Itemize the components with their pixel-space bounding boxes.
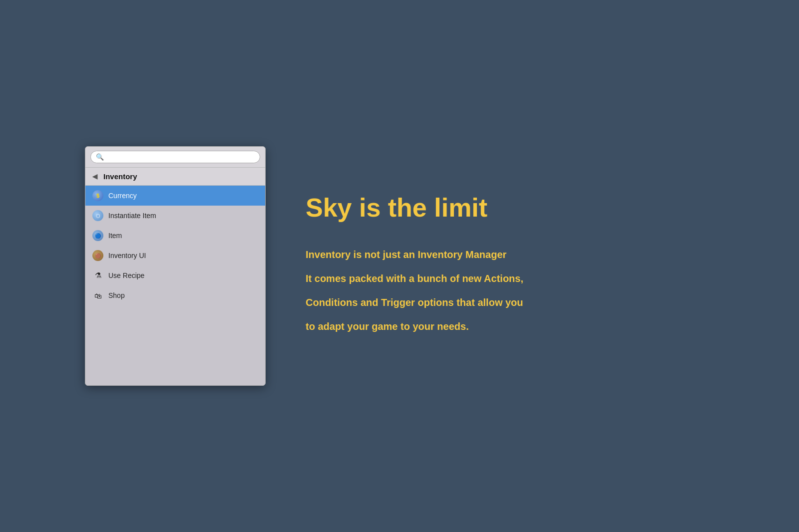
left-panel: 🔍 ◀ Inventory $ Currency ⬡ Instantiate I… xyxy=(85,146,266,386)
list-item-inventory-ui[interactable]: 🟤 Inventory UI xyxy=(85,246,265,266)
use-recipe-label: Use Recipe xyxy=(108,271,144,279)
panel-window: 🔍 ◀ Inventory $ Currency ⬡ Instantiate I… xyxy=(85,146,266,386)
search-input-wrapper[interactable]: 🔍 xyxy=(90,151,260,163)
list-item-instantiate-item[interactable]: ⬡ Instantiate Item xyxy=(85,206,265,226)
search-icon: 🔍 xyxy=(96,153,104,161)
item-label: Item xyxy=(108,232,122,240)
inventory-ui-icon: 🟤 xyxy=(92,250,103,261)
chevron-left-icon: ◀ xyxy=(92,173,97,180)
shop-label: Shop xyxy=(108,291,125,299)
panel-bottom xyxy=(85,305,265,385)
paragraph-4: to adapt your game to your needs. xyxy=(306,314,615,338)
body-text: Inventory is not just an Inventory Manag… xyxy=(306,243,615,338)
paragraph-3: Conditions and Trigger options that allo… xyxy=(306,290,615,314)
shop-icon: 🛍 xyxy=(92,290,103,301)
item-icon: 🔵 xyxy=(92,230,103,241)
currency-label: Currency xyxy=(108,192,137,200)
list-item-item[interactable]: 🔵 Item xyxy=(85,226,265,246)
instantiate-icon: ⬡ xyxy=(92,210,103,221)
instantiate-item-label: Instantiate Item xyxy=(108,212,156,220)
list-item-shop[interactable]: 🛍 Shop xyxy=(85,285,265,305)
recipe-icon: ⚗ xyxy=(92,270,103,281)
headline: Sky is the limit xyxy=(306,194,759,222)
search-bar: 🔍 xyxy=(85,147,265,168)
inventory-ui-label: Inventory UI xyxy=(108,252,146,260)
inventory-header-label: Inventory xyxy=(103,172,137,181)
search-input[interactable] xyxy=(107,153,255,161)
paragraph-1: Inventory is not just an Inventory Manag… xyxy=(306,243,615,266)
paragraph-2: It comes packed with a bunch of new Acti… xyxy=(306,266,615,290)
menu-list: ◀ Inventory $ Currency ⬡ Instantiate Ite… xyxy=(85,168,265,305)
list-item-currency[interactable]: $ Currency xyxy=(85,186,265,206)
list-item-use-recipe[interactable]: ⚗ Use Recipe xyxy=(85,266,265,285)
currency-icon: $ xyxy=(92,190,103,201)
right-content: Sky is the limit Inventory is not just a… xyxy=(266,194,799,338)
inventory-header-item[interactable]: ◀ Inventory xyxy=(85,168,265,186)
